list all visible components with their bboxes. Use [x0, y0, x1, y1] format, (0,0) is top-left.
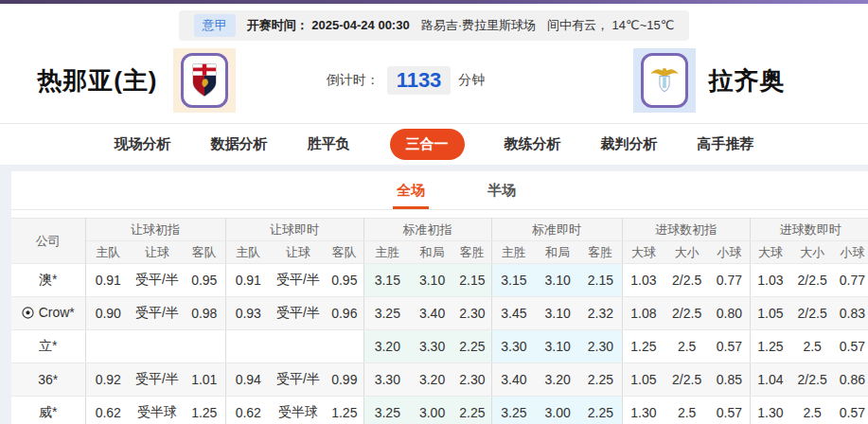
odds-cell-standard_live[interactable]: 3.10 — [536, 297, 579, 330]
nav-tab-three-in-one[interactable]: 三合一 — [390, 129, 465, 160]
home-team-block: 热那亚(主) — [0, 48, 250, 113]
odds-cell-handicap_initial: 0.92 — [85, 363, 131, 397]
odds-cell-handicap_live[interactable]: 受平/半 — [271, 264, 326, 297]
countdown-label: 倒计时： — [327, 72, 380, 89]
odds-cell-handicap_initial: 受平/半 — [131, 264, 184, 297]
odds-cell-handicap_live[interactable]: 0.91 — [225, 264, 271, 297]
odds-row-Crow: Crow*0.90受平/半0.980.93受平/半0.963.253.402.3… — [11, 297, 868, 330]
odds-cell-standard_live[interactable]: 2.32 — [579, 297, 622, 330]
odds-cell-standard_live[interactable]: 3.00 — [536, 397, 579, 424]
kickoff-label: 开赛时间： — [247, 18, 309, 32]
odds-cell-goals_live[interactable]: 1.25 — [750, 330, 790, 363]
odds-cell-goals_initial: 1.08 — [622, 297, 664, 330]
venue-text: 路易吉·费拉里斯球场 — [421, 17, 536, 34]
odds-cell-standard_live[interactable]: 3.25 — [491, 397, 536, 424]
odds-cell-handicap_live[interactable]: 受平/半 — [271, 363, 326, 397]
odds-cell-goals_live[interactable]: 2.5 — [790, 397, 834, 424]
odds-cell-handicap_initial: 0.91 — [85, 264, 131, 297]
odds-cell-goals_initial: 0.80 — [709, 297, 750, 330]
company-name[interactable]: 36* — [11, 363, 85, 397]
nav-tab-data-analysis[interactable]: 数据分析 — [211, 135, 268, 153]
odds-cell-goals_live[interactable]: 2.5 — [790, 330, 834, 363]
odds-cell-standard_initial: 3.10 — [411, 264, 453, 297]
odds-cell-handicap_initial: 0.62 — [85, 397, 131, 424]
odds-cell-handicap_initial — [85, 330, 131, 363]
league-badge[interactable]: 意甲 — [194, 14, 236, 37]
company-name[interactable]: Crow* — [11, 297, 85, 330]
nav-tab-coach-analysis[interactable]: 教练分析 — [505, 135, 561, 153]
countdown-block: 倒计时： 1133 分钟 — [316, 66, 496, 95]
company-name[interactable]: 威* — [11, 397, 85, 424]
subcolumn-header: 主胜 — [363, 241, 411, 264]
odds-cell-handicap_live[interactable]: 受半球 — [271, 397, 326, 424]
odds-cell-standard_live[interactable]: 2.30 — [579, 330, 622, 363]
match-info-bar: 意甲 开赛时间： 2025-04-24 00:30 路易吉·费拉里斯球场 间中有… — [179, 10, 690, 41]
odds-cell-goals_live[interactable]: 2/2.5 — [790, 363, 834, 397]
odds-cell-goals_live[interactable]: 1.04 — [750, 363, 790, 397]
odds-cell-goals_initial: 2/2.5 — [664, 363, 709, 397]
nav-tab-referee-analysis[interactable]: 裁判分析 — [601, 135, 658, 153]
subcolumn-header: 小球 — [709, 241, 750, 264]
home-team-logo — [173, 48, 236, 113]
odds-cell-standard_initial: 3.25 — [363, 297, 411, 330]
company-column-header: 公司 — [11, 219, 85, 264]
odds-cell-handicap_live[interactable]: 1.25 — [326, 397, 363, 424]
odds-cell-standard_live[interactable]: 3.30 — [491, 330, 536, 363]
odds-cell-goals_live[interactable]: 0.57 — [834, 397, 868, 424]
odds-cell-standard_live[interactable]: 3.10 — [536, 264, 579, 297]
company-cell: 36* — [38, 372, 58, 387]
odds-cell-handicap_live[interactable]: 0.93 — [225, 297, 271, 330]
odds-cell-handicap_live[interactable]: 0.94 — [225, 363, 271, 397]
odds-cell-standard_live[interactable]: 3.15 — [491, 264, 536, 297]
odds-cell-goals_live[interactable]: 2/2.5 — [790, 264, 834, 297]
odds-cell-handicap_initial: 1.01 — [184, 363, 225, 397]
countdown-value: 1133 — [387, 66, 452, 95]
odds-cell-standard_live[interactable]: 2.15 — [579, 264, 622, 297]
odds-cell-goals_initial: 0.57 — [709, 397, 750, 424]
odds-cell-goals_live[interactable]: 2/2.5 — [790, 297, 834, 330]
odds-row-立: 立*3.203.302.253.303.102.301.252.50.571.2… — [11, 330, 868, 363]
odds-cell-handicap_live[interactable]: 0.95 — [326, 264, 363, 297]
away-team-logo — [633, 48, 696, 113]
nav-tab-live-analysis[interactable]: 现场分析 — [115, 135, 171, 153]
company-label: 立* — [39, 338, 57, 355]
odds-cell-handicap_live[interactable]: 0.96 — [326, 297, 363, 330]
company-name[interactable]: 立* — [11, 330, 85, 363]
odds-cell-goals_live[interactable]: 0.77 — [834, 264, 868, 297]
odds-cell-goals_live[interactable]: 0.83 — [834, 297, 868, 330]
company-name[interactable]: 澳* — [11, 264, 85, 297]
away-team-block: 拉齐奥 — [496, 48, 868, 113]
subcolumn-header: 让球 — [271, 241, 326, 264]
subcolumn-header: 大小 — [664, 241, 709, 264]
odds-cell-handicap_live[interactable]: 受平/半 — [271, 297, 326, 330]
subtab-half-match[interactable]: 半场 — [484, 171, 520, 209]
odds-cell-goals_live[interactable]: 1.05 — [750, 297, 790, 330]
odds-cell-handicap_live[interactable]: 0.99 — [326, 363, 363, 397]
subcolumn-header: 和局 — [411, 241, 453, 264]
subtab-full-match[interactable]: 全场 — [393, 171, 429, 209]
odds-cell-standard_initial: 3.20 — [411, 363, 453, 397]
nav-tab-expert-picks[interactable]: 高手推荐 — [698, 135, 754, 153]
odds-cell-handicap_live[interactable]: 0.62 — [225, 397, 271, 424]
odds-cell-standard_live[interactable]: 2.25 — [579, 397, 622, 424]
weather-text: 间中有云， 14℃~15℃ — [547, 17, 674, 34]
odds-cell-standard_live[interactable]: 3.10 — [536, 330, 579, 363]
company-label: 36* — [38, 372, 58, 387]
odds-cell-goals_live[interactable]: 1.30 — [750, 397, 790, 424]
group-header-goals_live: 进球数即时 — [750, 219, 868, 241]
odds-cell-goals_initial: 1.25 — [622, 330, 664, 363]
group-header-handicap_initial: 让球初指 — [85, 219, 225, 241]
odds-cell-goals_live[interactable]: 0.57 — [834, 330, 868, 363]
odds-cell-goals_live[interactable]: 0.86 — [834, 363, 868, 397]
odds-cell-standard_live[interactable]: 3.40 — [491, 363, 536, 397]
odds-cell-goals_initial: 2/2.5 — [664, 264, 709, 297]
odds-cell-standard_initial: 3.00 — [411, 397, 453, 424]
odds-cell-goals_live[interactable]: 1.03 — [750, 264, 790, 297]
odds-cell-goals_initial: 1.05 — [622, 363, 664, 397]
odds-cell-standard_live[interactable]: 2.25 — [579, 363, 622, 397]
odds-cell-standard_live[interactable]: 3.45 — [491, 297, 536, 330]
nav-tab-win-draw-loss[interactable]: 胜平负 — [308, 135, 350, 153]
group-header-standard_initial: 标准初指 — [363, 219, 491, 241]
odds-cell-standard_live[interactable]: 3.20 — [536, 363, 579, 397]
period-subtabs: 全场半场 — [11, 171, 868, 210]
